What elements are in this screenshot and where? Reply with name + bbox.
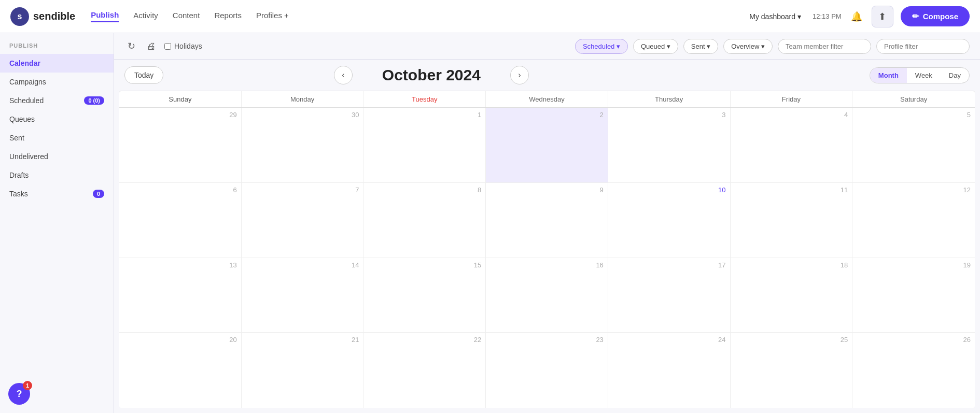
print-icon: 🖨: [147, 41, 156, 51]
calendar-cell-oct4[interactable]: 4: [731, 108, 853, 182]
print-button[interactable]: 🖨: [144, 39, 159, 54]
sidebar-item-scheduled[interactable]: Scheduled 0 (0): [0, 91, 114, 110]
holidays-checkbox-label[interactable]: Holidays: [164, 42, 202, 50]
calendar-cell-oct15[interactable]: 15: [363, 258, 486, 333]
queued-filter-button[interactable]: Queued ▾: [633, 39, 678, 54]
calendar-cell-oct16[interactable]: 16: [486, 258, 608, 333]
tasks-badge: 0: [93, 190, 104, 198]
calendar-cell-oct9[interactable]: 9: [486, 183, 608, 258]
calendar-cell-30[interactable]: 30: [242, 108, 364, 182]
calendar-cell-oct21[interactable]: 21: [242, 333, 364, 408]
view-switcher: Month Week Day: [870, 67, 970, 83]
toolbar: ↻ 🖨 Holidays Scheduled ▾ Queued ▾ Sent ▾…: [114, 33, 980, 60]
calendar-cell-oct17[interactable]: 17: [608, 258, 731, 333]
sidebar-section-label: PUBLISH: [0, 42, 114, 54]
sendible-logo-icon: s: [10, 7, 29, 26]
sidebar-item-queues[interactable]: Queues: [0, 110, 114, 129]
calendar-cell-oct20[interactable]: 20: [119, 333, 242, 408]
calendar-cell-oct6[interactable]: 6: [119, 183, 242, 258]
refresh-icon: ↻: [128, 41, 135, 51]
sidebar-item-tasks[interactable]: Tasks 0: [0, 184, 114, 203]
calendar-cell-oct11[interactable]: 11: [731, 183, 853, 258]
help-icon: ?: [17, 389, 22, 400]
sidebar-item-campaigns[interactable]: Campaigns: [0, 73, 114, 91]
holidays-checkbox[interactable]: [164, 43, 171, 50]
calendar-navigation: ‹ October 2024 ›: [334, 66, 529, 84]
dashboard-dropdown[interactable]: My dashboard ▾: [749, 12, 801, 21]
day-view-button[interactable]: Day: [941, 68, 969, 83]
calendar-row-4: 20 21 22 23 24 25 26: [119, 333, 975, 408]
day-header-friday: Friday: [731, 91, 853, 107]
month-view-button[interactable]: Month: [870, 68, 907, 83]
nav-profiles[interactable]: Profiles +: [256, 11, 289, 22]
scheduled-filter-button[interactable]: Scheduled ▾: [575, 39, 628, 54]
calendar-cell-oct13[interactable]: 13: [119, 258, 242, 333]
calendar-cell-oct18[interactable]: 18: [731, 258, 853, 333]
topbar-right: My dashboard ▾ 12:13 PM 🔔 ⬆ ✏ Compose: [749, 6, 970, 27]
nav-publish[interactable]: Publish: [91, 10, 119, 22]
nav-reports[interactable]: Reports: [214, 11, 242, 22]
calendar-rows: 29 30 1 2 3 4 5 6 7 8 9 10 11 12: [119, 108, 975, 408]
sent-filter-button[interactable]: Sent ▾: [683, 39, 718, 54]
sidebar-item-undelivered[interactable]: Undelivered: [0, 147, 114, 166]
nav-activity[interactable]: Activity: [133, 11, 158, 22]
calendar-cell-oct14[interactable]: 14: [242, 258, 364, 333]
nav-content[interactable]: Content: [173, 11, 200, 22]
pencil-icon: ✏: [912, 11, 919, 21]
logo[interactable]: s sendible: [10, 7, 75, 26]
help-notification-badge: 1: [23, 381, 32, 390]
calendar-cell-oct1[interactable]: 1: [363, 108, 486, 182]
calendar-cell-oct7[interactable]: 7: [242, 183, 364, 258]
sidebar-item-calendar[interactable]: Calendar: [0, 54, 114, 73]
calendar-cell-oct23[interactable]: 23: [486, 333, 608, 408]
calendar-title: October 2024: [359, 66, 504, 84]
chevron-left-icon: ‹: [342, 70, 344, 80]
main-layout: PUBLISH Calendar Campaigns Scheduled 0 (…: [0, 33, 980, 413]
sidebar-item-drafts[interactable]: Drafts: [0, 166, 114, 184]
day-header-saturday: Saturday: [852, 91, 975, 107]
profile-filter-input[interactable]: [876, 39, 970, 54]
content-area: ↻ 🖨 Holidays Scheduled ▾ Queued ▾ Sent ▾…: [114, 33, 980, 413]
calendar-cell-oct3[interactable]: 3: [608, 108, 731, 182]
calendar-grid: Sunday Monday Tuesday Wednesday Thursday…: [119, 91, 975, 408]
day-header-wednesday: Wednesday: [486, 91, 608, 107]
calendar-cell-29[interactable]: 29: [119, 108, 242, 182]
calendar-cell-oct22[interactable]: 22: [363, 333, 486, 408]
scheduled-badge: 0 (0): [84, 96, 104, 105]
chevron-right-icon: ›: [518, 70, 521, 80]
calendar-cell-oct5[interactable]: 5: [852, 108, 975, 182]
calendar-header: Today ‹ October 2024 › Month Week Day: [114, 60, 980, 91]
logo-text: sendible: [33, 10, 75, 22]
topbar: s sendible Publish Activity Content Repo…: [0, 0, 980, 33]
day-header-thursday: Thursday: [608, 91, 731, 107]
help-button[interactable]: ? 1: [8, 383, 30, 405]
calendar-cell-oct26[interactable]: 26: [852, 333, 975, 408]
chevron-down-icon: ▾: [797, 12, 801, 21]
next-month-button[interactable]: ›: [510, 66, 529, 84]
prev-month-button[interactable]: ‹: [334, 66, 353, 84]
calendar-cell-oct19[interactable]: 19: [852, 258, 975, 333]
calendar-cell-oct2[interactable]: 2: [486, 108, 608, 182]
refresh-button[interactable]: ↻: [124, 38, 138, 54]
notifications-bell-button[interactable]: 🔔: [849, 9, 864, 24]
calendar-cell-oct25[interactable]: 25: [731, 333, 853, 408]
calendar-row-3: 13 14 15 16 17 18 19: [119, 258, 975, 333]
sidebar: PUBLISH Calendar Campaigns Scheduled 0 (…: [0, 33, 114, 413]
calendar-cell-oct8[interactable]: 8: [363, 183, 486, 258]
upload-button[interactable]: ⬆: [872, 6, 893, 27]
calendar-cell-oct12[interactable]: 12: [852, 183, 975, 258]
calendar-cell-oct10[interactable]: 10: [608, 183, 731, 258]
calendar-cell-oct24[interactable]: 24: [608, 333, 731, 408]
sidebar-item-sent[interactable]: Sent: [0, 129, 114, 147]
today-button[interactable]: Today: [124, 66, 163, 84]
day-headers-row: Sunday Monday Tuesday Wednesday Thursday…: [119, 91, 975, 108]
day-header-sunday: Sunday: [119, 91, 242, 107]
team-member-filter-input[interactable]: [778, 39, 871, 54]
calendar-row-2: 6 7 8 9 10 11 12: [119, 183, 975, 258]
calendar-row-1: 29 30 1 2 3 4 5: [119, 108, 975, 183]
upload-icon: ⬆: [878, 11, 886, 22]
overview-filter-button[interactable]: Overview ▾: [723, 39, 773, 54]
time-display: 12:13 PM: [813, 12, 842, 20]
week-view-button[interactable]: Week: [907, 68, 941, 83]
compose-button[interactable]: ✏ Compose: [901, 6, 970, 26]
